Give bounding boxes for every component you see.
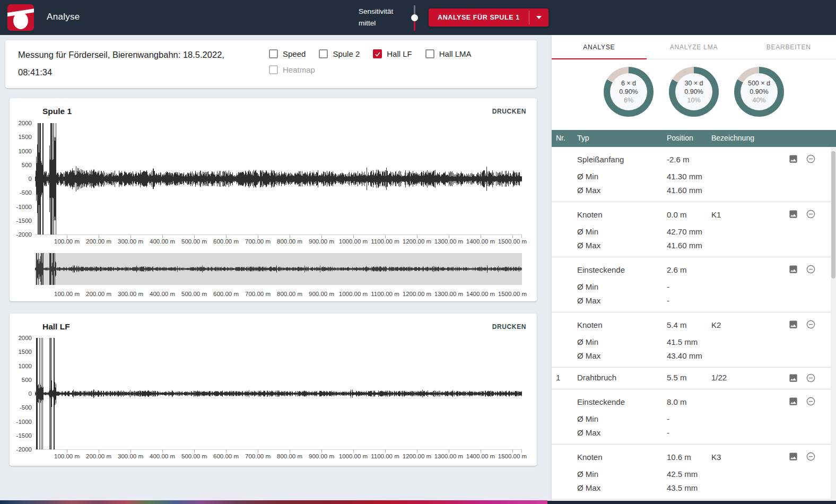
x-tick-mark [162, 449, 163, 453]
row-min-line: Ø Min42.70 mm [552, 227, 831, 238]
table-row: Einsteckende8.0 mØ Min-Ø Max- [552, 389, 831, 445]
sensitivity-slider[interactable] [410, 4, 419, 32]
max-value: 41.60 mm [667, 186, 702, 195]
checkbox-label: Hall LF [387, 49, 412, 58]
x-tick-label: 400.00 m [150, 291, 175, 297]
tab-analyse[interactable]: ANALYSE [552, 35, 647, 59]
analyze-button[interactable]: ANALYSE FÜR SPULE 1 [429, 8, 529, 27]
y-axis-spule1: 2000150010005000-500-1000-1500-2000 [10, 123, 33, 234]
x-tick-label: 500.00 m [181, 453, 207, 459]
x-tick-mark [417, 449, 417, 453]
max-label: Ø Max [577, 296, 600, 305]
heatmap-edge-strip [0, 500, 547, 504]
donut-gauges: 6 × d0.90%6%30 × d0.90%10%500 × d0.90%40… [552, 67, 836, 117]
print-button-spule1[interactable]: DRUCKEN [492, 108, 526, 115]
checkbox-speed[interactable]: Speed [269, 49, 306, 58]
waveform-canvas-halllf[interactable] [35, 338, 522, 449]
sensitivity-label-line2: mittel [359, 18, 393, 29]
panel-scrollbar-track[interactable] [831, 147, 836, 501]
x-tick-mark-end [521, 449, 522, 453]
x-tick-mark [385, 234, 386, 238]
remove-icon[interactable] [806, 373, 816, 383]
checkbox-label: Hall LMA [439, 49, 472, 58]
chart-card-spule1: Spule 1 DRUCKEN 2000150010005000-500-100… [10, 98, 537, 301]
image-icon[interactable] [788, 396, 798, 406]
x-tick-mark [226, 234, 227, 238]
image-icon[interactable] [788, 319, 798, 329]
waveform-canvas-spule1[interactable] [35, 123, 522, 234]
analyze-split-button[interactable]: ANALYSE FÜR SPULE 1 [429, 8, 548, 27]
analysis-panel: ANALYSEANALYZE LMABEARBEITEN 6 × d0.90%6… [552, 35, 836, 501]
remove-icon[interactable] [806, 264, 816, 274]
max-value: - [667, 428, 669, 437]
row-max-line: Ø Max43.40 mm [552, 351, 831, 362]
x-tick-mark [290, 234, 290, 238]
min-label: Ø Min [577, 337, 598, 346]
image-icon[interactable] [788, 451, 798, 462]
cell-typ: Drahtbruch [577, 373, 616, 382]
plot-area-spule1[interactable] [35, 123, 522, 234]
donut-limit-value: 6% [624, 96, 633, 105]
x-tick-label: 400.00 m [150, 453, 175, 459]
remove-icon[interactable] [806, 451, 816, 462]
print-button-halllf[interactable]: DRUCKEN [492, 323, 526, 331]
image-icon[interactable] [788, 373, 798, 383]
x-tick-mark [67, 234, 67, 238]
overview-area-spule1[interactable] [35, 253, 522, 285]
x-tick-label: 1500.00 m [498, 291, 527, 297]
row-min-line: Ø Min41.30 mm [552, 172, 831, 183]
cell-position: -2.6 m [667, 155, 690, 164]
x-tick-mark [481, 449, 481, 453]
x-tick-label: 100.00 m [54, 291, 80, 297]
y-tick-label: -2000 [16, 231, 32, 238]
x-tick-label: 1500.00 m [498, 238, 527, 245]
remove-icon[interactable] [806, 396, 816, 406]
min-value: 41.30 mm [667, 172, 702, 181]
donut-gauge-1: 6 × d0.90%6% [604, 67, 654, 117]
x-tick-mark [258, 234, 258, 238]
x-tick-mark [449, 234, 449, 238]
y-tick-label: -1000 [16, 419, 32, 425]
row-max-line: Ø Max41.60 mm [552, 241, 831, 251]
y-tick-label: -2000 [16, 446, 32, 453]
remove-icon[interactable] [806, 209, 816, 219]
tab-bearbeiten[interactable]: BEARBEITEN [741, 35, 836, 59]
x-axis-spule1: 100.00 m200.00 m300.00 m400.00 m500.00 m… [35, 234, 522, 246]
image-icon[interactable] [788, 154, 798, 164]
x-tick-mark [130, 234, 131, 238]
image-icon[interactable] [788, 209, 798, 219]
table-row: Knoten0.0 mK1Ø Min42.70 mmØ Max41.60 mm [552, 202, 831, 257]
donut-length-label: 6 × d [621, 79, 636, 88]
checkbox-hall-lf[interactable]: Hall LF [373, 49, 412, 58]
min-label: Ø Min [577, 414, 598, 423]
measurement-card: Messung für Förderseil, Bierenwangbahn: … [5, 40, 537, 88]
row-max-line: Ø Max43.5 mm [552, 483, 831, 494]
x-tick-mark [512, 449, 513, 453]
x-tick-label: 200.00 m [86, 453, 111, 459]
image-icon[interactable] [788, 264, 798, 274]
plot-area-halllf[interactable] [35, 338, 522, 449]
checkbox-spule-2[interactable]: Spule 2 [319, 49, 360, 58]
x-tick-label: 800.00 m [277, 238, 302, 245]
x-tick-label: 1200.00 m [403, 291, 431, 297]
overview-canvas-spule1[interactable] [35, 253, 522, 285]
y-tick-label: 500 [22, 377, 32, 383]
cell-bezeichnung: K2 [711, 320, 721, 329]
table-row: Knoten10.6 mK3Ø Min42.5 mmØ Max43.5 mm [552, 445, 831, 500]
analyze-dropdown-toggle[interactable] [529, 8, 548, 27]
remove-icon[interactable] [806, 154, 816, 164]
checkbox-hall-lma[interactable]: Hall LMA [425, 49, 472, 58]
x-tick-mark [321, 234, 322, 238]
min-label: Ø Min [577, 282, 598, 291]
slider-knob[interactable] [411, 14, 418, 21]
panel-scrollbar-thumb[interactable] [831, 151, 835, 279]
row-actions [788, 264, 816, 274]
row-max-line: Ø Max41.60 mm [552, 186, 831, 196]
x-tick-label: 200.00 m [86, 291, 111, 297]
tab-analyze-lma[interactable]: ANALYZE LMA [647, 35, 742, 59]
y-tick-label: -500 [20, 404, 32, 411]
x-tick-label: 100.00 m [54, 453, 80, 459]
row-min-line: Ø Min41.5 mm [552, 337, 831, 348]
min-value: - [667, 282, 669, 291]
remove-icon[interactable] [806, 319, 816, 329]
